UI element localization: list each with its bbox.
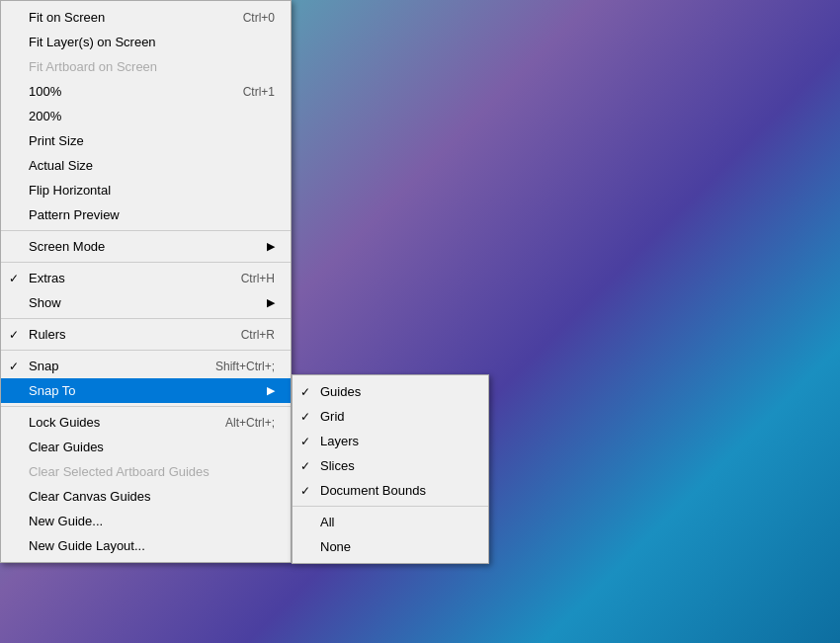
menu-item-snap[interactable]: ✓SnapShift+Ctrl+;	[1, 354, 291, 378]
menu-item-label: Clear Canvas Guides	[29, 489, 151, 504]
check-icon: ✓	[300, 410, 310, 424]
check-icon: ✓	[300, 435, 310, 448]
menu-separator	[1, 262, 291, 263]
menu-item-snap-to[interactable]: Snap To▶	[1, 378, 291, 403]
check-icon: ✓	[9, 272, 19, 285]
menu-overlay: Fit on ScreenCtrl+0Fit Layer(s) on Scree…	[0, 0, 292, 563]
menu-item-label: Fit on Screen	[29, 10, 105, 25]
menu-item-new-guide[interactable]: New Guide...	[1, 509, 291, 533]
shortcut-label: Ctrl+0	[219, 11, 275, 25]
shortcut-label: Ctrl+H	[217, 272, 275, 285]
menu-separator	[1, 230, 291, 231]
menu-item-actual-size[interactable]: Actual Size	[1, 153, 291, 178]
menu-item-print-size[interactable]: Print Size	[1, 128, 291, 153]
menu-item-label: Fit Layer(s) on Screen	[29, 35, 156, 49]
check-icon: ✓	[9, 328, 19, 342]
menu-item-fit-layers-on-screen[interactable]: Fit Layer(s) on Screen	[1, 30, 291, 54]
menu-item-fit-artboard-on-screen: Fit Artboard on Screen	[1, 54, 291, 79]
menu-item-new-guide-layout[interactable]: New Guide Layout...	[1, 533, 291, 558]
menu-item-200[interactable]: 200%	[1, 104, 291, 128]
menu-item-label: Print Size	[29, 133, 84, 148]
menu-item-clear-guides[interactable]: Clear Guides	[1, 435, 291, 459]
submenu-item-label: Slices	[320, 458, 355, 473]
menu-item-label: Actual Size	[29, 158, 93, 173]
snap-to-submenu: ✓Guides✓Grid✓Layers✓Slices✓Document Boun…	[292, 374, 489, 564]
snap-to-submenu-item-document-bounds[interactable]: ✓Document Bounds	[293, 478, 488, 503]
menu-item-label: New Guide...	[29, 514, 103, 528]
menu-item-label: Screen Mode	[29, 239, 105, 254]
menu-item-label: Clear Guides	[29, 440, 104, 454]
menu-item-label: Snap	[29, 359, 58, 373]
submenu-arrow-icon: ▶	[243, 296, 275, 309]
menu-item-lock-guides[interactable]: Lock GuidesAlt+Ctrl+;	[1, 410, 291, 435]
menu-item-label: Lock Guides	[29, 415, 100, 430]
menu-item-screen-mode[interactable]: Screen Mode▶	[1, 234, 291, 259]
snap-to-submenu-item-grid[interactable]: ✓Grid	[293, 404, 488, 429]
submenu-arrow-icon: ▶	[243, 384, 275, 397]
snap-to-submenu-item-guides[interactable]: ✓Guides	[293, 379, 488, 404]
shortcut-label: Shift+Ctrl+;	[192, 360, 275, 373]
snap-to-submenu-item-layers[interactable]: ✓Layers	[293, 429, 488, 453]
snap-to-submenu-item-none[interactable]: None	[293, 534, 488, 559]
menu-item-pattern-preview[interactable]: Pattern Preview	[1, 202, 291, 227]
check-icon: ✓	[300, 459, 310, 473]
menu-item-show[interactable]: Show▶	[1, 290, 291, 315]
menu-separator	[1, 350, 291, 351]
menu-item-label: Fit Artboard on Screen	[29, 59, 157, 74]
menu-item-100[interactable]: 100%Ctrl+1	[1, 79, 291, 104]
submenu-separator	[293, 506, 488, 507]
menu-item-extras[interactable]: ✓ExtrasCtrl+H	[1, 266, 291, 290]
menu-item-label: Show	[29, 295, 61, 310]
submenu-item-label: Document Bounds	[320, 483, 426, 498]
submenu-item-label: Guides	[320, 384, 361, 399]
menu-item-clear-selected-artboard-guides: Clear Selected Artboard Guides	[1, 459, 291, 484]
submenu-item-label: All	[320, 515, 334, 529]
menu-item-label: Flip Horizontal	[29, 183, 111, 198]
snap-to-submenu-item-all[interactable]: All	[293, 510, 488, 534]
menu-item-label: Snap To	[29, 383, 75, 398]
menu-item-label: Pattern Preview	[29, 207, 120, 222]
menu-item-fit-on-screen[interactable]: Fit on ScreenCtrl+0	[1, 5, 291, 30]
menu-item-clear-canvas-guides[interactable]: Clear Canvas Guides	[1, 484, 291, 509]
menu-item-flip-horizontal[interactable]: Flip Horizontal	[1, 178, 291, 202]
menu-item-label: New Guide Layout...	[29, 538, 145, 553]
check-icon: ✓	[300, 385, 310, 399]
shortcut-label: Ctrl+R	[217, 328, 275, 342]
check-icon: ✓	[300, 484, 310, 498]
menu-item-label: Clear Selected Artboard Guides	[29, 464, 210, 479]
menu-item-rulers[interactable]: ✓RulersCtrl+R	[1, 322, 291, 347]
shortcut-label: Alt+Ctrl+;	[202, 416, 275, 430]
submenu-item-label: None	[320, 539, 351, 554]
primary-menu: Fit on ScreenCtrl+0Fit Layer(s) on Scree…	[0, 0, 292, 563]
menu-item-label: Rulers	[29, 327, 66, 342]
submenu-item-label: Grid	[320, 409, 345, 424]
snap-to-submenu-item-slices[interactable]: ✓Slices	[293, 453, 488, 478]
menu-item-label: 100%	[29, 84, 61, 99]
menu-item-label: 200%	[29, 109, 61, 123]
check-icon: ✓	[9, 360, 19, 373]
menu-separator	[1, 318, 291, 319]
submenu-arrow-icon: ▶	[243, 240, 275, 253]
menu-item-label: Extras	[29, 271, 65, 285]
menu-separator	[1, 406, 291, 407]
submenu-item-label: Layers	[320, 434, 359, 448]
shortcut-label: Ctrl+1	[219, 85, 275, 99]
